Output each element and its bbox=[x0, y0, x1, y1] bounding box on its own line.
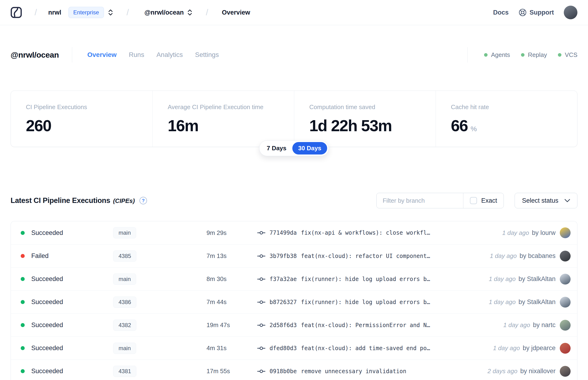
time-ago: 2 days ago bbox=[488, 367, 517, 375]
date-range-toggle: 7 Days 30 Days bbox=[259, 140, 329, 156]
commit-hash: 771499da bbox=[269, 229, 297, 236]
stat-value: 1d 22h 53m bbox=[309, 116, 431, 135]
tab-settings[interactable]: Settings bbox=[195, 51, 219, 58]
duration: 7m 44s bbox=[207, 298, 257, 306]
commit-hash: f37a32ae bbox=[269, 276, 297, 283]
org-name[interactable]: nrwl bbox=[48, 9, 61, 16]
range-toggle-option[interactable]: 30 Days bbox=[292, 142, 327, 154]
breadcrumb-separator: / bbox=[127, 7, 129, 18]
branch-filter-input[interactable] bbox=[377, 193, 463, 208]
nx-logo-icon[interactable] bbox=[11, 7, 22, 18]
author: by jdpearce bbox=[523, 344, 555, 352]
exact-label[interactable]: Exact bbox=[481, 197, 497, 204]
status-dot bbox=[21, 300, 25, 304]
workspace-selector-chevron-icon[interactable] bbox=[187, 9, 193, 16]
stat-label: CI Pipeline Executions bbox=[26, 103, 148, 111]
time-ago: 1 day ago bbox=[490, 252, 517, 260]
commit-message: feat(nx-cloud): refactor UI component… bbox=[301, 253, 430, 259]
workspace-name[interactable]: @nrwl/ocean bbox=[144, 9, 184, 16]
duration: 7m 13s bbox=[207, 252, 257, 260]
author-avatar bbox=[560, 366, 570, 377]
org-selector-chevron-icon[interactable] bbox=[108, 9, 113, 16]
select-status-dropdown[interactable]: Select status bbox=[515, 193, 577, 208]
author-avatar bbox=[560, 343, 570, 354]
legend-item-replay[interactable]: Replay bbox=[521, 51, 547, 58]
status-dot bbox=[21, 254, 25, 258]
author-avatar bbox=[560, 320, 570, 331]
cipe-row[interactable]: Succeeded 4386 7m 44s b8726327 fix(runne… bbox=[11, 290, 577, 313]
tab-runs[interactable]: Runs bbox=[129, 51, 144, 58]
tab-overview[interactable]: Overview bbox=[87, 51, 117, 58]
exact-checkbox[interactable] bbox=[470, 197, 477, 204]
status-dot bbox=[21, 231, 25, 235]
status-dot bbox=[21, 369, 25, 373]
stat-label: Computation time saved bbox=[309, 103, 431, 111]
divider bbox=[467, 47, 468, 62]
git-commit-icon bbox=[257, 254, 265, 258]
branch-badge: 4386 bbox=[113, 297, 136, 308]
status-ok-dot-icon bbox=[558, 53, 561, 57]
time-ago: 1 day ago bbox=[489, 275, 515, 283]
duration: 17m 55s bbox=[207, 367, 257, 375]
section-title: Latest CI Pipeline Executions bbox=[11, 196, 110, 205]
support-label: Support bbox=[530, 9, 554, 16]
status-label: Succeeded bbox=[31, 298, 63, 306]
stat-label: Cache hit rate bbox=[451, 103, 572, 111]
legend-label: Agents bbox=[491, 51, 510, 58]
commit-message: remove unnecessary invalidation bbox=[301, 368, 406, 375]
legend-item-agents[interactable]: Agents bbox=[484, 51, 510, 58]
legend-item-vcs[interactable]: VCS bbox=[558, 51, 577, 58]
git-commit-icon bbox=[257, 323, 265, 327]
cipe-row[interactable]: Succeeded main 9m 29s 771499da fix(nx-ap… bbox=[11, 221, 577, 244]
author-avatar bbox=[560, 274, 570, 285]
branch-badge: main bbox=[113, 227, 136, 238]
status-dot bbox=[21, 346, 25, 350]
stat-average-execution-time: Average CI Pipeline Execution time 16m bbox=[152, 91, 294, 147]
branch-badge: 4382 bbox=[113, 320, 136, 331]
cipe-section-header: Latest CI Pipeline Executions (CIPEs) ? … bbox=[11, 193, 577, 208]
breadcrumb: / nrwl Enterprise / @nrwl/ocean / Overvi… bbox=[11, 7, 250, 18]
tab-analytics[interactable]: Analytics bbox=[156, 51, 183, 58]
duration: 8m 30s bbox=[207, 275, 257, 283]
top-navbar: / nrwl Enterprise / @nrwl/ocean / Overvi… bbox=[0, 0, 588, 25]
duration: 4m 31s bbox=[207, 344, 257, 352]
cipe-row[interactable]: Succeeded main 4m 31s dfed80d3 feat(nx-c… bbox=[11, 337, 577, 360]
lifebuoy-icon bbox=[519, 8, 527, 17]
commit-message: fix(nx-api & workflows): close workfl… bbox=[301, 229, 430, 236]
stat-value: 16m bbox=[168, 116, 289, 135]
cipe-row[interactable]: Succeeded main 8m 30s f37a32ae fix(runne… bbox=[11, 267, 577, 290]
git-commit-icon bbox=[257, 300, 265, 304]
cipe-filters: Exact Select status bbox=[376, 193, 577, 208]
commit-message: fix(runner): hide log upload errors b… bbox=[301, 299, 430, 305]
page-title: @nrwl/ocean bbox=[11, 50, 59, 59]
enterprise-badge[interactable]: Enterprise bbox=[68, 7, 104, 18]
author: by lourw bbox=[532, 229, 555, 237]
commit-hash: 3b79fb38 bbox=[269, 253, 297, 259]
current-page-name[interactable]: Overview bbox=[222, 9, 250, 16]
cipe-table: Succeeded main 9m 29s 771499da fix(nx-ap… bbox=[11, 221, 577, 380]
commit-message: fix(runner): hide log upload errors b… bbox=[301, 276, 430, 283]
author-avatar bbox=[560, 251, 570, 262]
status-ok-dot-icon bbox=[484, 53, 488, 57]
user-avatar[interactable] bbox=[564, 6, 577, 19]
cipe-row[interactable]: Succeeded 4381 17m 55s 0918b0be remove u… bbox=[11, 360, 577, 380]
support-link[interactable]: Support bbox=[519, 8, 554, 17]
branch-badge: main bbox=[113, 342, 136, 354]
status-label: Failed bbox=[31, 252, 49, 260]
navbar-actions: Docs Support bbox=[493, 6, 577, 19]
commit-message: feat(nx-cloud): add time-saved end po… bbox=[301, 345, 430, 352]
stat-number: 66 bbox=[451, 116, 468, 135]
author: by bcabanes bbox=[520, 252, 555, 260]
docs-link[interactable]: Docs bbox=[493, 9, 509, 16]
breadcrumb-separator: / bbox=[35, 7, 37, 18]
author: by StalkAltan bbox=[518, 298, 555, 306]
cipe-row[interactable]: Succeeded 4382 19m 47s 2d58f6d3 feat(nx-… bbox=[11, 313, 577, 337]
workspace-tabs: Overview Runs Analytics Settings bbox=[87, 51, 219, 58]
range-toggle-option[interactable]: 7 Days bbox=[261, 142, 292, 154]
help-icon[interactable]: ? bbox=[139, 197, 147, 204]
commit-hash: b8726327 bbox=[269, 299, 297, 305]
status-label: Succeeded bbox=[31, 275, 63, 283]
author: by nixallover bbox=[520, 367, 555, 375]
cipe-row[interactable]: Failed 4385 7m 13s 3b79fb38 feat(nx-clou… bbox=[11, 244, 577, 267]
legend-label: VCS bbox=[565, 51, 577, 58]
